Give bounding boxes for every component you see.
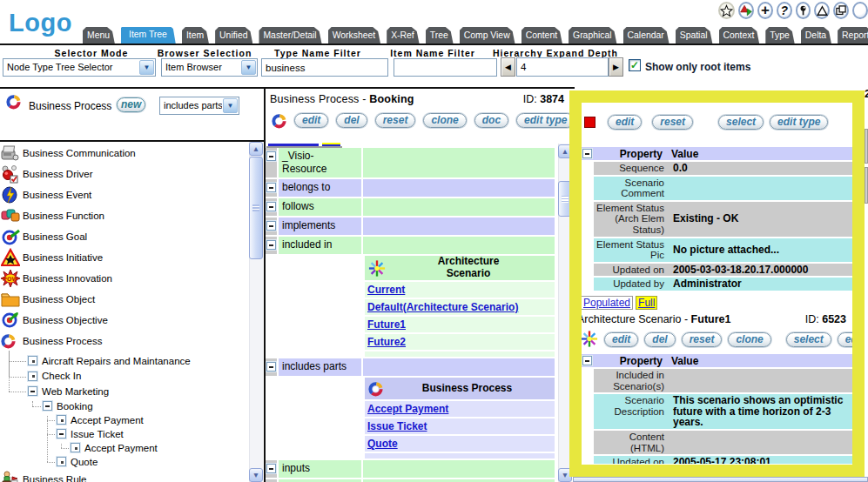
chevron-down-icon[interactable]: ▼	[223, 98, 238, 113]
related-item-link[interactable]: Current	[367, 284, 405, 296]
model-icon[interactable]	[738, 2, 754, 19]
tab-menu[interactable]: Menu	[83, 27, 115, 44]
expand-icon[interactable]	[28, 372, 37, 381]
tree-item-label: Business Process	[23, 331, 102, 351]
tab-calendar[interactable]: Calendar	[623, 27, 670, 44]
detail-property-value	[668, 369, 853, 392]
item-table-scroll-up-button[interactable]: ▲	[558, 144, 572, 158]
related-items-business-process: Business ProcessAccept PaymentIssue Tick…	[365, 378, 555, 459]
browser-selection-select[interactable]: Item Browser ▼	[161, 58, 258, 77]
tree-scroll-up-button[interactable]: ▲	[249, 142, 263, 156]
tree-connector	[47, 420, 57, 421]
detail-horizontal-scrollbar[interactable]	[573, 477, 868, 482]
more-icon[interactable]	[852, 2, 868, 19]
related-item-link[interactable]: Future2	[367, 336, 406, 348]
tab-worksheet[interactable]: Worksheet	[328, 27, 380, 44]
selector-mode-select[interactable]: Node Type Tree Selector ▼	[3, 58, 156, 77]
show-root-checkbox[interactable]: ✓	[629, 59, 641, 71]
star-icon[interactable]	[718, 2, 735, 19]
collapse-icon[interactable]	[266, 221, 276, 231]
tab-report[interactable]: Report	[838, 27, 868, 44]
tab-tree[interactable]: Tree	[426, 27, 454, 44]
full-link[interactable]: Full	[636, 296, 657, 310]
collapse-icon[interactable]	[266, 151, 276, 161]
rule-icon	[1, 470, 20, 482]
populated-link[interactable]: Populated	[581, 296, 633, 310]
type-name-filter-input[interactable]	[261, 58, 388, 77]
del-button[interactable]: del	[336, 113, 367, 128]
tab-spatial[interactable]: Spatial	[676, 27, 713, 44]
browser-selection-label: Browser Selection	[158, 48, 252, 58]
collapse-icon[interactable]	[28, 386, 37, 396]
doc-button[interactable]: doc	[474, 113, 508, 128]
collapse-icon[interactable]	[266, 464, 276, 473]
relation-select[interactable]: includes parts ▼	[159, 97, 239, 115]
detail-edit-button[interactable]: edit	[608, 115, 642, 130]
tab-content[interactable]: Content	[521, 27, 562, 44]
delta-icon[interactable]	[814, 2, 830, 19]
tree-scroll-down-button[interactable]: ▼	[249, 468, 263, 482]
expand-icon[interactable]	[57, 415, 66, 425]
related-del-button[interactable]: del	[644, 332, 675, 347]
layers-icon[interactable]	[833, 2, 849, 19]
help-icon[interactable]: ?	[777, 2, 792, 19]
collapse-icon[interactable]	[266, 362, 276, 372]
related-item-link[interactable]: Quote	[367, 438, 398, 450]
related-edit-button[interactable]: edit	[604, 332, 638, 347]
expand-icon[interactable]	[57, 457, 66, 466]
related-clone-button[interactable]: clone	[728, 332, 770, 347]
expand-icon[interactable]	[28, 356, 37, 365]
related-item-link[interactable]: Issue Ticket	[367, 420, 427, 432]
tab-type[interactable]: Type	[765, 27, 795, 44]
tab-context[interactable]: Context	[719, 27, 760, 44]
tab-delta[interactable]: Delta	[801, 27, 831, 44]
tab-master-detail[interactable]: Master/Detail	[259, 27, 321, 44]
tab-comp-view[interactable]: Comp View	[460, 27, 515, 44]
property-value	[363, 148, 555, 177]
hierarchy-depth-input[interactable]	[516, 57, 609, 77]
tree-connector	[32, 406, 43, 407]
clone-button[interactable]: clone	[423, 113, 466, 128]
depth-increment-button[interactable]: ▶	[609, 57, 623, 77]
detail-property-name: Updated on	[594, 456, 668, 464]
detail-edit-type-button[interactable]: edit type	[770, 115, 828, 130]
related-title-name: Future1	[691, 313, 731, 325]
reset-button[interactable]: reset	[375, 113, 416, 128]
pin-icon[interactable]	[796, 2, 811, 19]
depth-decrement-button[interactable]: ◀	[501, 57, 515, 77]
detail-reset-button[interactable]: reset	[652, 115, 693, 130]
related-edit-type-button[interactable]: edit type	[838, 332, 853, 347]
chevron-down-icon[interactable]: ▼	[139, 60, 154, 75]
tab-unified[interactable]: Unified	[215, 27, 252, 44]
tab-x-ref[interactable]: X-Ref	[387, 27, 420, 44]
edit-button[interactable]: edit	[294, 113, 328, 128]
row-collapse-cell	[266, 460, 277, 478]
collapse-icon[interactable]	[266, 183, 276, 192]
collapse-icon[interactable]	[57, 429, 66, 438]
related-item-link[interactable]: Accept Payment	[367, 403, 448, 415]
expand-icon[interactable]	[71, 443, 80, 452]
related-reset-button[interactable]: reset	[682, 332, 723, 347]
item-table-scrollbar-thumb[interactable]	[558, 181, 572, 217]
tab-item-tree[interactable]: Item Tree	[121, 27, 176, 44]
related-item-link[interactable]: Future1	[367, 318, 406, 331]
property-name: inputs	[279, 460, 361, 478]
item-name-filter-input[interactable]	[394, 58, 497, 77]
new-button[interactable]: new	[117, 97, 145, 112]
chevron-down-icon[interactable]: ▼	[241, 60, 256, 75]
collapse-icon[interactable]	[266, 240, 276, 250]
collapse-icon[interactable]	[266, 202, 276, 211]
related-item-row: Future1	[365, 317, 555, 332]
tab-item[interactable]: Item	[182, 27, 209, 44]
collapse-icon[interactable]	[43, 401, 52, 411]
collapse-icon[interactable]	[582, 356, 592, 365]
item-table-scroll-down-button[interactable]: ▼	[558, 468, 572, 482]
related-item-link[interactable]: Default(Architecture Scenario)	[367, 301, 518, 313]
tree-scrollbar-thumb[interactable]	[249, 157, 263, 259]
edit-type-button[interactable]: edit type	[516, 113, 575, 128]
related-select-button[interactable]: select	[786, 332, 831, 347]
detail-select-button[interactable]: select	[718, 115, 764, 130]
collapse-icon[interactable]	[582, 149, 592, 158]
tab-graphical[interactable]: Graphical	[569, 27, 616, 44]
add-icon[interactable]: +	[757, 2, 773, 19]
